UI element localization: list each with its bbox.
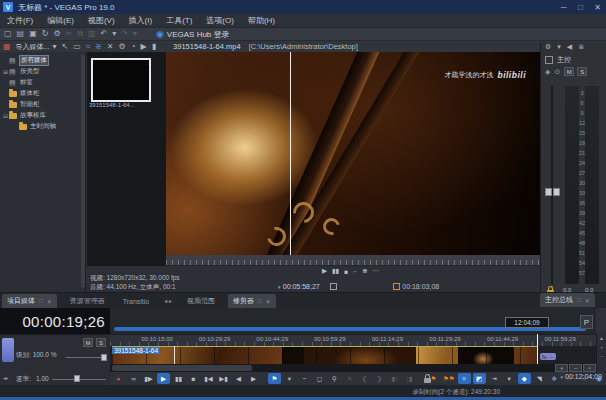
master-dropdown-icon[interactable]: ▾ [557,43,561,51]
zoom-tool-button[interactable]: ⚲ [328,373,341,384]
play-from-start-button[interactable]: ▮▶ [142,373,155,384]
close-tab-icon[interactable]: ✕ [47,298,52,305]
preferences-icon[interactable]: ⚙ [53,29,60,39]
float-window-icon[interactable]: □ [577,297,581,303]
quantize-to-frames-icon[interactable]: ◩ [473,373,486,384]
new-project-icon[interactable]: ▢ [4,29,12,39]
track-color-handle[interactable] [2,338,14,362]
auto-ripple-icon[interactable]: ◆ [518,373,531,384]
open-project-icon[interactable]: ▤ [17,29,25,39]
tree-item-1[interactable]: ⊞▤按类型 [2,66,40,77]
menu-item-5[interactable]: 选项(O) [199,15,241,26]
master-settings-icon[interactable]: ⚙ [545,43,551,51]
fader-handle-left[interactable] [545,188,552,196]
redo-icon[interactable]: ↷ [121,29,128,39]
menu-item-1[interactable]: 编辑(E) [40,15,81,26]
level-slider-handle[interactable] [101,354,107,361]
tab-scroll-arrows[interactable]: ◂ ▸ [162,297,174,304]
copy-icon[interactable]: ⧉ [77,29,83,39]
insert-region-icon[interactable]: ⚑⚑ [442,373,456,384]
previous-frame-button[interactable]: ◀ [232,373,245,384]
tree-item-0[interactable]: ▤所有媒体 [2,55,48,66]
auto-preview-icon[interactable]: ▮ [152,42,156,52]
master-fx-icon[interactable]: ◈ [545,68,550,76]
level-slider[interactable] [66,357,106,358]
timeline-horizontal-scrollbar[interactable]: ＋ － ▫ [110,364,596,372]
split-event-icon[interactable]: ◥ [533,373,546,384]
audio-stream-icon[interactable]: ≈ [86,42,90,52]
master-mute-button[interactable]: M [564,67,574,76]
maximize-button[interactable]: □ [572,3,589,12]
track-mute-button[interactable]: M [83,338,93,347]
tab-Transitio[interactable]: Transitio [118,294,155,308]
master-fader-track[interactable] [551,86,553,284]
scrub-icon[interactable]: ◂▸ [3,375,9,381]
loop-region-marker-icon[interactable] [393,283,400,290]
tab-master-bus[interactable]: 主控总线 □ ✕ [540,293,595,307]
cut-icon[interactable]: ✂ [66,29,73,39]
track-vertical-scrollbar[interactable]: ▲＋－ [596,334,606,372]
tree-item-3[interactable]: 媒体柜 [2,88,40,99]
vscroll-button[interactable]: ＋ [597,343,606,352]
vscroll-button[interactable]: ▲ [597,334,606,343]
menu-item-4[interactable]: 工具(T) [159,15,199,26]
clear-selection-button[interactable]: ✕ [343,373,356,384]
trimmer-mini-ruler[interactable] [166,255,540,266]
float-window-icon[interactable]: □ [39,298,43,304]
edit-tool-dropdown[interactable]: ▾ [283,373,296,384]
tree-item-2[interactable]: ▤标签 [2,77,33,88]
slip-left-button[interactable]: ◧ [388,373,401,384]
minimize-button[interactable]: ─ [555,3,572,12]
enable-snapping-icon[interactable]: ⌗ [458,373,471,384]
import-media-button[interactable]: 导入媒体... [16,42,50,52]
save-project-icon[interactable]: ▣ [29,29,37,39]
close-tab-icon[interactable]: ✕ [585,297,590,304]
close-button[interactable]: ✕ [589,3,606,12]
zoom-corner-button[interactable]: ▫ [583,364,596,372]
redo-dropdown-icon[interactable]: ▾ [133,29,137,39]
trimmer-stop-icon[interactable]: ■ [344,268,348,275]
remove-media-icon[interactable]: ✕ [107,42,114,52]
rate-slider-handle[interactable] [74,375,80,382]
undo-icon[interactable]: ↶ [101,29,108,39]
expander-icon[interactable]: ⊞ [2,68,9,75]
thumbnail-label[interactable]: 39151548-1-64... [89,102,163,108]
media-view-icon[interactable]: ▦ [3,42,11,52]
trimmer-sync-cursor-icon[interactable]: ⌐ [353,268,357,275]
play-button[interactable]: ▶ [157,373,170,384]
media-views-dropdown-icon[interactable]: ▾ [52,42,56,52]
trim-end-button[interactable]: ❯ [373,373,386,384]
tab-资源管理器[interactable]: 资源管理器 [65,294,110,308]
go-to-start-button[interactable]: ▮◀ [202,373,215,384]
tree-item-5[interactable]: ⊟故事板库 [2,110,46,121]
close-tab-icon[interactable]: ✕ [266,298,271,305]
next-frame-button[interactable]: ▶ [247,373,260,384]
in-point-marker-icon[interactable] [330,283,337,290]
media-properties-icon[interactable]: ⚙ [118,42,125,52]
master-speaker-icon[interactable]: ◀ [567,43,572,51]
menu-item-0[interactable]: 文件(F) [0,15,40,26]
envelope-tool-button[interactable]: ~ [298,373,311,384]
fader-handle-right[interactable] [553,188,560,196]
tree-item-4[interactable]: 智能柜 [2,99,40,110]
capture-icon[interactable]: ◔ [131,42,136,52]
tab-修剪器[interactable]: 修剪器□✕ [228,294,276,308]
trimmer-more-icon[interactable]: ⋯ [372,267,379,275]
video-stream-icon[interactable]: ≋ [95,42,102,52]
record-button[interactable]: ● [112,373,125,384]
paste-icon[interactable]: ▥ [88,29,96,39]
hscroll-thumb[interactable] [112,365,252,371]
master-mute-all-icon[interactable]: ⊙ [554,68,560,76]
trimmer-video-preview[interactable]: 才疏学浅的才浅 bilibili [166,52,540,255]
tab-项目媒体[interactable]: 项目媒体□✕ [2,294,57,308]
select-icon[interactable]: ↖ [61,42,68,52]
trimmer-settings-icon[interactable]: ≣ [362,267,367,275]
track-solo-button[interactable]: S [96,338,106,347]
trimmer-play-icon[interactable]: ▶ [322,267,327,275]
media-thumbnail[interactable]: ‥ [91,58,151,102]
project-properties-icon[interactable]: ↻ [42,29,49,39]
ripple-dropdown-icon[interactable]: ▾ [503,373,516,384]
ripple-edits-icon[interactable]: ⇥ [488,373,501,384]
menu-item-3[interactable]: 插入(I) [122,15,160,26]
selection-tool-button[interactable]: ◻ [313,373,326,384]
